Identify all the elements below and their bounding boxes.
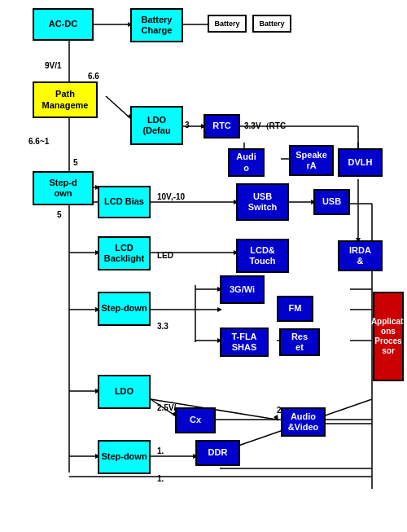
- v10-label: 10V,-10: [157, 192, 185, 201]
- v1-1-label: 1.: [157, 446, 164, 455]
- svg-line-6: [106, 96, 130, 118]
- g3wifi-block: 3G/Wi: [220, 275, 265, 304]
- tf-flash-block: T-FLASHAS: [220, 328, 269, 357]
- v5-2-label: 5: [57, 210, 62, 219]
- stepdown1-block: Step-down: [33, 171, 94, 205]
- v33-label: 3.3: [157, 322, 168, 331]
- svg-marker-54: [274, 415, 278, 421]
- lcd-backlight-block: LCDBacklight: [98, 236, 151, 270]
- usb-block: USB: [313, 189, 350, 215]
- lcd-touch-block: LCD&Touch: [236, 239, 289, 273]
- v3-label: 3: [185, 121, 190, 130]
- v5-1-label: 5: [73, 158, 78, 167]
- dvlh-block: DVLH: [338, 148, 383, 177]
- ddr-block: DDR: [195, 440, 240, 466]
- irda-block: IRDA&: [338, 240, 383, 271]
- v1-2-label: 1.: [157, 474, 164, 483]
- block-diagram: AC-DC BatteryCharge Battery Battery 9V/1…: [0, 0, 407, 532]
- acdc-block: AC-DC: [33, 8, 94, 41]
- usb-switch-block: USBSwitch: [236, 183, 289, 221]
- reset-block: Reset: [279, 328, 320, 356]
- svg-marker-39: [217, 307, 222, 312]
- led-label: LED: [157, 251, 173, 260]
- v25-label: 2.5V/: [157, 403, 176, 412]
- ldo2-block: LDO: [98, 375, 151, 409]
- v66-label: 6.6: [88, 72, 99, 81]
- rtc-block: RTC: [204, 114, 240, 138]
- v9-label: 9V/1: [45, 61, 62, 70]
- audio-video-block: Audio&Video: [281, 407, 326, 437]
- cx-block: Cx: [175, 407, 216, 433]
- battery2-block: Battery: [252, 15, 291, 33]
- fm-block: FM: [277, 296, 313, 322]
- speaker-block: SpeakerA: [289, 145, 334, 176]
- v661-label: 6.6~1: [28, 137, 49, 146]
- v33-rtc-label: 3.3V（RTC: [244, 121, 286, 132]
- stepdown2-block: Step-down: [98, 292, 151, 326]
- lcd-bias-block: LCD Bias: [98, 186, 151, 218]
- apps-processor-block: ApplicationsProcessor: [373, 292, 404, 381]
- path-management-block: PathManageme: [33, 81, 98, 118]
- battery-charge-block: BatteryCharge: [130, 8, 183, 42]
- audio-block: Audio: [228, 148, 265, 177]
- ldo-defau-block: LDO(Defau: [130, 106, 183, 145]
- battery1-block: Battery: [208, 15, 247, 33]
- stepdown3-block: Step-down: [98, 440, 151, 474]
